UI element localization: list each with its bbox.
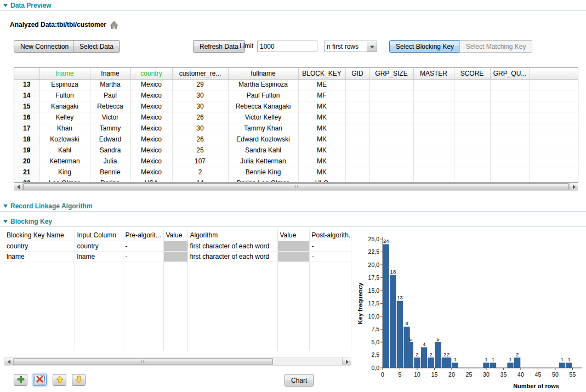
scroll-right-button[interactable]	[569, 183, 578, 190]
collapse-arrow-icon[interactable]	[3, 204, 8, 208]
bar-value-label: 1	[454, 356, 457, 362]
column-header[interactable]: Pre-algorit...	[123, 229, 163, 241]
cell: Rebecca	[90, 101, 130, 112]
chart-bar	[566, 363, 572, 368]
column-header[interactable]: lname	[39, 68, 90, 79]
table-row[interactable]: 13EspinozaMarthaMexico29Martha EspinozaM…	[14, 79, 578, 90]
table-row[interactable]: 20KettermanJuliaMexico107Julia Ketterman…	[14, 156, 578, 167]
column-header[interactable]: GRP_QU...	[490, 68, 530, 79]
cell: Edward	[90, 134, 130, 145]
cell	[163, 272, 187, 282]
table-row[interactable]: 16KelleyVictorMexico26Victor KelleyMK	[14, 112, 578, 123]
cell	[163, 292, 187, 302]
scroll-left-button[interactable]	[14, 183, 23, 190]
chart-button[interactable]: Chart	[285, 374, 314, 387]
table-row[interactable]: 21KingBennieMexico2Bennie KingMK	[14, 167, 578, 178]
cell	[454, 156, 490, 167]
cell	[345, 134, 369, 145]
scrollbar-thumb[interactable]	[14, 358, 273, 365]
cell	[163, 331, 187, 341]
record-linkage-section-header[interactable]: Record Linkage Algorithm	[0, 201, 586, 212]
cell: Rebecca Kanagaki	[228, 101, 298, 112]
column-header[interactable]	[14, 68, 39, 79]
empty-row	[4, 262, 351, 272]
column-header[interactable]: BLOCK_KEY	[298, 68, 345, 79]
scrollbar-track[interactable]	[14, 358, 342, 365]
column-header[interactable]: country	[130, 68, 172, 79]
cell	[75, 331, 123, 341]
scrollbar-thumb[interactable]	[23, 183, 569, 190]
column-header[interactable]: Value	[277, 229, 309, 241]
cell	[4, 262, 75, 272]
cell: MK	[298, 101, 345, 112]
column-header[interactable]	[530, 68, 578, 79]
add-blocking-key-button[interactable]	[14, 374, 27, 386]
cell	[345, 178, 369, 183]
column-header[interactable]: Post-algorith...	[309, 229, 351, 241]
column-header[interactable]: customer_re...	[172, 68, 228, 79]
table-header-row: lnamefnamecountrycustomer_re...fullnameB…	[14, 68, 578, 79]
bar-value-label: 13	[397, 294, 403, 300]
bar-value-label: 1	[561, 356, 564, 362]
preview-horizontal-scrollbar[interactable]	[14, 183, 578, 191]
column-header[interactable]: fname	[90, 68, 130, 79]
home-icon[interactable]	[110, 21, 118, 29]
blocking-key-row[interactable]: countrycountry-first character of each w…	[4, 241, 351, 252]
delete-blocking-key-button[interactable]	[33, 374, 47, 386]
cell	[277, 282, 309, 292]
cell: MK	[298, 156, 345, 167]
blocking-horizontal-scrollbar[interactable]	[4, 357, 351, 366]
column-header[interactable]: Blocking Key Name	[4, 229, 75, 241]
chevron-down-icon[interactable]	[367, 41, 377, 52]
empty-row	[4, 311, 351, 321]
collapse-arrow-icon[interactable]	[3, 4, 8, 7]
cell	[490, 101, 530, 112]
table-row[interactable]: 19KahlSandraMexico25Sandra KahlMK	[14, 145, 578, 156]
cell	[490, 167, 530, 178]
select-matching-key-button[interactable]: Select Matching Key	[459, 40, 532, 53]
column-header[interactable]: Value	[163, 229, 187, 241]
select-blocking-key-button[interactable]: Select Blocking Key	[389, 40, 460, 53]
cell	[4, 302, 75, 311]
table-row[interactable]: 15KanagakiRebeccaMexico30Rebecca Kanagak…	[14, 101, 578, 112]
scroll-right-button[interactable]	[342, 358, 351, 365]
column-header[interactable]: GID	[345, 68, 369, 79]
chart-bar	[435, 342, 441, 368]
column-header[interactable]: Algorithm	[187, 229, 277, 241]
cell	[163, 311, 187, 321]
cell	[75, 292, 123, 302]
scrollbar-track[interactable]	[23, 183, 569, 190]
table-row[interactable]: 22Lee OlmosDorineUSA14Dorine Lee OlmosUL…	[14, 178, 578, 183]
cell	[187, 321, 277, 331]
cell: Martha	[90, 79, 130, 90]
scroll-left-button[interactable]	[5, 358, 14, 365]
refresh-data-button[interactable]: Refresh Data	[193, 40, 245, 53]
limit-input[interactable]	[257, 41, 317, 52]
data-preview-section-header[interactable]: Data Preview	[0, 0, 586, 11]
cell	[530, 134, 578, 145]
blocking-key-row[interactable]: lnamelname-first character of each word-	[4, 252, 351, 262]
cell	[454, 90, 490, 101]
chart-bar	[390, 275, 396, 368]
column-header[interactable]: SCORE	[454, 68, 490, 79]
row-mode-dropdown[interactable]: n first rows	[324, 41, 377, 52]
select-data-button[interactable]: Select Data	[73, 40, 120, 53]
cell	[454, 178, 490, 183]
table-row[interactable]: 18KozlowskiEdwardMexico26Edward Kozlowsk…	[14, 134, 578, 145]
cell	[454, 167, 490, 178]
column-header[interactable]: GRP_SIZE	[369, 68, 413, 79]
blocking-key-section-header[interactable]: Blocking Key	[0, 216, 586, 227]
move-up-button[interactable]	[53, 374, 66, 386]
cell: Mexico	[130, 79, 172, 90]
cell: MK	[298, 112, 345, 123]
cell	[163, 252, 187, 262]
column-header[interactable]: MASTER	[413, 68, 454, 79]
column-header[interactable]: fullname	[228, 68, 298, 79]
column-header[interactable]: Input Column	[75, 229, 123, 241]
cell	[530, 156, 578, 167]
move-down-button[interactable]	[72, 374, 86, 386]
table-row[interactable]: 14FultonPaulMexico30Paul FultonMF	[14, 90, 578, 101]
table-row[interactable]: 17KhanTammyMexico30Tammy KhanMK	[14, 123, 578, 134]
new-connection-button[interactable]: New Connection	[14, 40, 75, 53]
collapse-arrow-icon[interactable]	[3, 220, 8, 223]
